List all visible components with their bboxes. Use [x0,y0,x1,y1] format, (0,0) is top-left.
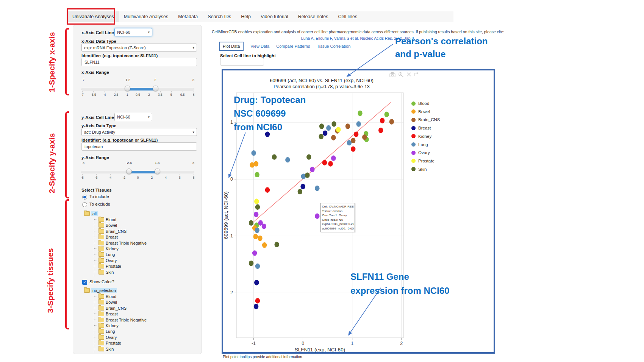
data-point-kidney[interactable] [351,146,355,151]
data-point-brain-cns[interactable] [389,119,394,124]
tree-node-kidney[interactable]: Kidney [94,247,119,251]
slider-selected-range[interactable] [129,171,157,173]
tree-node-all[interactable]: all [84,211,98,216]
x-axis-range-slider[interactable]: -7 8 -1.2 2 -7-5.5-4-2.5-10.523.556.58 [81,78,195,96]
data-point-blood[interactable] [358,111,362,116]
tree-node-lung[interactable]: Lung [94,252,115,257]
y-axis-range-slider[interactable]: -8 8 -2.4 1.3 -8-6-4-202468 [81,161,195,179]
data-point-lung[interactable] [301,173,306,179]
tree-node-skin[interactable]: Skin [94,347,114,351]
tree-node-bowel[interactable]: Bowel [94,300,117,304]
legend-item-lung[interactable]: Lung [411,142,428,147]
legend-item-kidney[interactable]: Kidney [411,134,431,139]
tree-node-no-selection[interactable]: no_selection [84,288,117,293]
tree-node-bowel[interactable]: Bowel [94,223,117,228]
nav-tab-video-tutorial[interactable]: Video tutorial [256,11,293,22]
y-axis-data-type-select[interactable]: act: Drug Activity ▾ [81,128,197,136]
data-point-lung[interactable] [315,186,319,191]
data-point-lung[interactable] [356,121,361,126]
data-point-kidney[interactable] [322,160,327,165]
slider-handle-left[interactable] [126,169,132,174]
tab-tissue-correlation[interactable]: Tissue Correlation [317,44,350,48]
nav-tab-help[interactable]: Help [236,11,256,22]
data-point-kidney[interactable] [255,298,260,303]
data-point-skin[interactable] [306,154,311,159]
data-point-bowel[interactable] [262,242,267,248]
data-point-skin[interactable] [319,123,324,129]
data-point-brain-cns[interactable] [345,123,350,129]
x-axis-cell-line-set-select[interactable]: NCI-60 ▾ [114,28,152,36]
data-point-ovary[interactable] [254,212,258,217]
tree-node-breast[interactable]: Breast [94,235,118,239]
show-color-checkbox[interactable]: ✓ [82,280,87,285]
data-point-skin[interactable] [305,172,309,178]
tree-node-ovary[interactable]: Ovary [94,258,117,263]
nav-tab-multivariate-analyses[interactable]: Multivariate Analyses [119,11,173,22]
tab-compare-patterns[interactable]: Compare Patterns [276,44,310,48]
data-point-breast[interactable] [254,280,259,285]
tree-node-kidney[interactable]: Kidney [94,323,119,328]
radio-to-include[interactable] [82,195,87,200]
nav-tab-metadata[interactable]: Metadata [173,11,203,22]
data-point-ovary[interactable] [331,155,336,161]
nav-tab-cell-lines[interactable]: Cell lines [333,11,363,22]
tree-node-breast-triple-negative[interactable]: Breast Triple Negative [94,318,147,322]
data-point-kidney[interactable] [380,118,385,123]
data-point-lung[interactable] [326,125,331,131]
data-point-ovary[interactable] [310,167,314,172]
data-point-ovary[interactable] [252,250,257,256]
y-axis-identifier-input[interactable] [81,142,197,151]
data-point-skin[interactable] [255,204,260,210]
data-point-kidney[interactable] [354,131,358,137]
radio-to-exclude[interactable] [82,202,87,207]
legend-item-skin[interactable]: Skin [411,167,427,172]
tree-node-lung[interactable]: Lung [94,329,115,334]
pan-icon[interactable] [414,72,419,77]
data-point-ovary[interactable] [262,224,266,229]
tab-view-data[interactable]: View Data [250,44,269,48]
tree-node-brain-cns[interactable]: Brain_CNS [94,306,127,311]
slider-selected-range[interactable] [127,88,155,90]
data-point-lung[interactable] [255,264,260,269]
data-point-prostate[interactable] [254,199,259,204]
close-icon[interactable] [406,72,411,77]
data-point-bowel[interactable] [254,161,258,166]
data-point-lung[interactable] [285,157,290,162]
legend-item-ovary[interactable]: Ovary [411,150,430,155]
data-point-skin[interactable] [272,154,277,159]
data-point-skin[interactable] [298,189,302,194]
radio-to-exclude-label[interactable]: To exclude [89,202,110,206]
data-point-bowel[interactable] [253,234,258,239]
tree-node-ovary[interactable]: Ovary [94,335,117,340]
data-point-lung[interactable] [251,150,256,156]
data-point-bowel[interactable] [258,236,262,241]
data-point-kidney[interactable] [328,161,333,166]
data-point-skin[interactable] [249,261,253,266]
data-point-lung[interactable] [347,140,352,145]
radio-to-include-label[interactable]: To include [89,194,109,199]
data-point-breast[interactable] [254,304,258,309]
legend-item-brain-cns[interactable]: Brain_CNS [411,117,440,122]
tree-node-breast-triple-negative[interactable]: Breast Triple Negative [94,241,147,245]
data-point-skin[interactable] [319,134,324,139]
nav-tab-release-notes[interactable]: Release notes [293,11,333,22]
data-point-kidney[interactable] [265,187,270,192]
tree-node-blood[interactable]: Blood [94,294,116,299]
slider-handle-right[interactable] [153,86,158,91]
y-axis-cell-line-set-select[interactable]: NCI-60 ▾ [114,113,152,121]
data-point-kidney[interactable] [378,128,383,133]
tree-node-prostate[interactable]: Prostate [94,264,121,268]
legend-item-breast[interactable]: Breast [411,126,431,130]
data-point-brain-cns[interactable] [331,135,336,140]
data-point-skin[interactable] [274,242,279,247]
legend-item-blood[interactable]: Blood [411,101,429,106]
x-axis-identifier-input[interactable] [81,58,197,66]
tab-plot-data[interactable]: Plot Data [219,42,244,51]
data-point-skin[interactable] [249,220,253,226]
camera-icon[interactable] [389,72,395,77]
legend-item-bowel[interactable]: Bowel [411,109,430,114]
x-axis-data-type-select[interactable]: exp: mRNA Expression (Z-Score) ▾ [81,44,197,51]
show-color-label[interactable]: Show Color? [89,279,114,284]
data-point-ovary[interactable] [315,214,319,219]
slider-handle-right[interactable] [155,169,160,174]
